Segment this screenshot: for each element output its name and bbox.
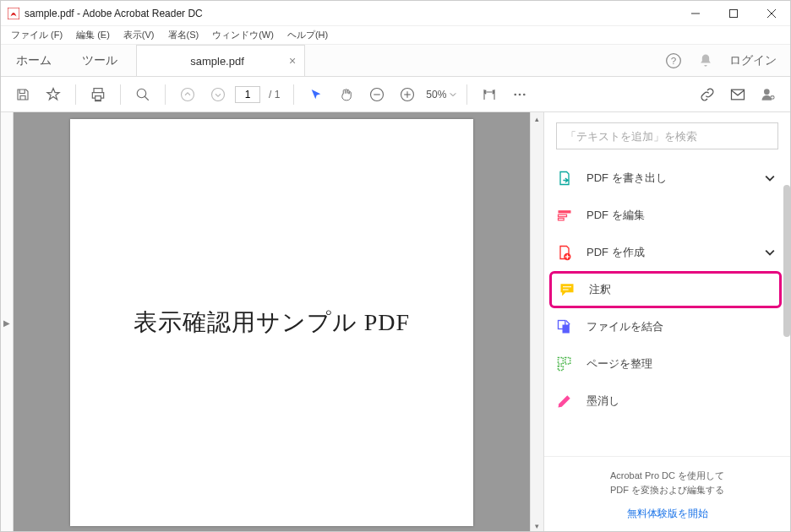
svg-point-18 bbox=[523, 93, 526, 95]
panel-item-comment[interactable]: 注釈 bbox=[549, 271, 782, 308]
acrobat-app-icon bbox=[8, 8, 19, 19]
svg-point-16 bbox=[514, 93, 516, 95]
svg-line-8 bbox=[145, 96, 149, 100]
svg-rect-36 bbox=[559, 366, 564, 371]
hand-pan-icon[interactable] bbox=[333, 81, 360, 108]
notifications-bell-icon[interactable] bbox=[697, 52, 714, 69]
print-icon[interactable] bbox=[85, 81, 112, 108]
create-pdf-icon bbox=[556, 244, 576, 261]
fit-width-icon[interactable] bbox=[476, 81, 503, 108]
window-minimize-button[interactable] bbox=[676, 1, 714, 26]
window-title: sample.pdf - Adobe Acrobat Reader DC bbox=[25, 8, 203, 19]
zoom-in-icon[interactable] bbox=[394, 81, 421, 108]
selection-arrow-icon[interactable] bbox=[303, 81, 330, 108]
panel-item-label: ページを整理 bbox=[586, 356, 775, 372]
window-maximize-button[interactable] bbox=[714, 1, 752, 26]
svg-point-17 bbox=[518, 93, 521, 95]
content-area: ▶ 表示確認用サンプル PDF ▴ ▾ PDF を書き出し PDF を編集 bbox=[1, 112, 790, 532]
svg-point-10 bbox=[212, 88, 225, 100]
document-viewport[interactable]: 表示確認用サンプル PDF bbox=[14, 112, 530, 532]
login-button[interactable]: ログイン bbox=[729, 53, 777, 68]
svg-rect-19 bbox=[732, 90, 745, 100]
tools-side-panel: PDF を書き出し PDF を編集 PDF を作成 注釈 ファイルを結合 bbox=[543, 112, 790, 532]
nav-pane-toggle[interactable]: ▶ bbox=[1, 112, 14, 532]
chevron-down-icon bbox=[765, 173, 775, 183]
search-icon[interactable] bbox=[129, 81, 156, 108]
share-people-icon[interactable] bbox=[755, 81, 782, 108]
export-pdf-icon bbox=[556, 170, 576, 187]
menu-file[interactable]: ファイル (F) bbox=[4, 29, 69, 41]
svg-rect-2 bbox=[729, 9, 737, 17]
panel-item-label: 墨消し bbox=[586, 394, 775, 409]
svg-point-20 bbox=[764, 89, 770, 95]
share-link-icon[interactable] bbox=[694, 81, 721, 108]
help-icon[interactable]: ? bbox=[665, 52, 682, 69]
tab-document[interactable]: sample.pdf × bbox=[136, 45, 305, 76]
svg-rect-35 bbox=[565, 358, 570, 365]
edit-pdf-icon bbox=[556, 207, 576, 224]
page-total-label: / 1 bbox=[264, 89, 285, 100]
menu-edit[interactable]: 編集 (E) bbox=[69, 29, 117, 41]
svg-rect-34 bbox=[559, 358, 564, 365]
zoom-level-dropdown[interactable]: 50% bbox=[424, 89, 457, 100]
menubar: ファイル (F) 編集 (E) 表示(V) 署名(S) ウィンドウ(W) ヘルプ… bbox=[1, 26, 790, 45]
window-titlebar: sample.pdf - Adobe Acrobat Reader DC bbox=[1, 1, 790, 26]
svg-point-7 bbox=[137, 89, 146, 98]
window-close-button[interactable] bbox=[752, 1, 790, 26]
chevron-down-icon bbox=[765, 247, 775, 258]
more-tools-icon[interactable] bbox=[506, 81, 533, 108]
save-icon[interactable] bbox=[9, 81, 36, 108]
start-trial-link[interactable]: 無料体験版を開始 bbox=[627, 507, 708, 521]
panel-item-export-pdf[interactable]: PDF を書き出し bbox=[549, 160, 782, 197]
panel-item-label: ファイルを結合 bbox=[586, 319, 775, 334]
scroll-up-icon[interactable]: ▴ bbox=[531, 112, 543, 126]
document-body-text: 表示確認用サンプル PDF bbox=[134, 307, 410, 339]
tabbar: ホーム ツール sample.pdf × ? ログイン bbox=[1, 45, 790, 77]
toolbar: / 1 50% bbox=[1, 77, 790, 112]
chevron-right-icon: ▶ bbox=[3, 318, 10, 328]
panel-item-organize-pages[interactable]: ページを整理 bbox=[549, 345, 782, 383]
redact-icon bbox=[556, 393, 576, 410]
next-page-icon[interactable] bbox=[205, 81, 232, 108]
svg-point-9 bbox=[182, 88, 194, 100]
panel-item-create-pdf[interactable]: PDF を作成 bbox=[549, 234, 782, 271]
menu-help[interactable]: ヘルプ(H) bbox=[281, 29, 335, 41]
close-tab-icon[interactable]: × bbox=[289, 54, 296, 68]
tab-home[interactable]: ホーム bbox=[1, 45, 67, 76]
email-icon[interactable] bbox=[724, 81, 751, 108]
footer-text-1: Acrobat Pro DC を使用して bbox=[553, 469, 782, 483]
svg-rect-24 bbox=[559, 210, 571, 213]
menu-view[interactable]: 表示(V) bbox=[117, 29, 161, 41]
panel-scrollbar[interactable] bbox=[783, 160, 790, 456]
prev-page-icon[interactable] bbox=[174, 81, 201, 108]
panel-item-redact[interactable]: 墨消し bbox=[549, 383, 782, 420]
zoom-out-icon[interactable] bbox=[363, 81, 390, 108]
document-tab-label: sample.pdf bbox=[171, 55, 264, 68]
panel-item-label: PDF を書き出し bbox=[586, 171, 765, 186]
svg-rect-33 bbox=[563, 325, 570, 334]
scroll-down-icon[interactable]: ▾ bbox=[531, 519, 543, 532]
panel-item-combine-files[interactable]: ファイルを結合 bbox=[549, 308, 782, 345]
pdf-page: 表示確認用サンプル PDF bbox=[70, 119, 473, 526]
menu-window[interactable]: ウィンドウ(W) bbox=[205, 29, 281, 41]
footer-text-2: PDF を変換および編集する bbox=[553, 483, 782, 497]
panel-item-label: 注釈 bbox=[589, 282, 772, 297]
tab-tools[interactable]: ツール bbox=[67, 45, 133, 76]
vertical-scrollbar[interactable]: ▴ ▾ bbox=[530, 112, 543, 532]
comment-icon bbox=[559, 281, 579, 298]
svg-text:?: ? bbox=[671, 55, 677, 66]
panel-item-edit-pdf[interactable]: PDF を編集 bbox=[549, 197, 782, 234]
combine-files-icon bbox=[556, 318, 576, 335]
star-icon[interactable] bbox=[40, 81, 67, 108]
panel-item-label: PDF を作成 bbox=[586, 245, 765, 260]
panel-item-label: PDF を編集 bbox=[586, 208, 775, 223]
page-number-input[interactable] bbox=[235, 86, 260, 103]
svg-rect-26 bbox=[559, 218, 565, 220]
svg-rect-25 bbox=[559, 214, 567, 216]
panel-footer: Acrobat Pro DC を使用して PDF を変換および編集する 無料体験… bbox=[544, 456, 790, 532]
tools-search-input[interactable] bbox=[556, 122, 778, 149]
menu-sign[interactable]: 署名(S) bbox=[161, 29, 206, 41]
organize-pages-icon bbox=[556, 356, 576, 372]
